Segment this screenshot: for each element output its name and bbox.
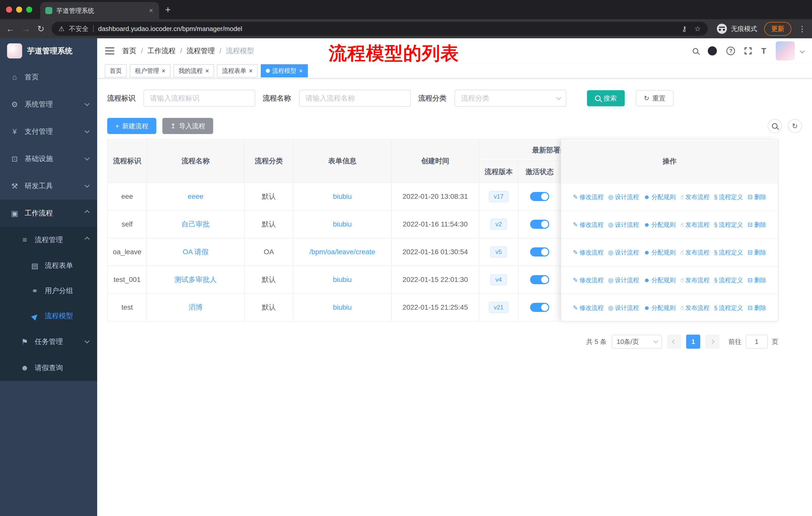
action-link-assign[interactable]: ☻分配规则 — [644, 193, 675, 201]
form-info-link[interactable]: biubiu — [333, 192, 352, 200]
browser-tab[interactable]: 芋道管理系统 × — [40, 2, 159, 19]
reload-icon[interactable]: ↻ — [37, 24, 45, 33]
sidebar-logo[interactable]: 芋道管理系统 — [0, 38, 97, 63]
version-tag[interactable]: v5 — [490, 246, 507, 257]
action-link-design[interactable]: ◎设计流程 — [608, 193, 639, 201]
action-link-publish[interactable]: ☝发布流程 — [680, 248, 709, 256]
action-link-assign[interactable]: ☻分配规则 — [644, 276, 675, 284]
action-link-design[interactable]: ◎设计流程 — [608, 304, 639, 312]
process-name-link[interactable]: 测试多审批人 — [174, 276, 217, 283]
current-page-button[interactable]: 1 — [686, 334, 700, 349]
sidebar-item-系统管理[interactable]: ⚙系统管理 — [0, 91, 97, 118]
action-link-edit[interactable]: ✎修改流程 — [573, 276, 604, 284]
breadcrumb-item[interactable]: 流程管理 — [187, 46, 215, 56]
action-link-assign[interactable]: ☻分配规则 — [644, 248, 675, 256]
address-bar[interactable]: ⚠ 不安全 dashboard.yudao.iocoder.cn/bpm/man… — [52, 22, 708, 36]
action-link-definition[interactable]: §流程定义 — [714, 304, 743, 312]
create-process-button[interactable]: + 新建流程 — [107, 118, 156, 134]
active-status-toggle[interactable] — [530, 275, 549, 284]
window-close-button[interactable] — [6, 6, 12, 12]
sidebar-item-研发工具[interactable]: ⚒研发工具 — [0, 172, 97, 199]
sidebar-item-流程模型[interactable]: ▶流程模型 — [0, 303, 97, 329]
action-link-assign[interactable]: ☻分配规则 — [644, 304, 675, 312]
action-link-publish[interactable]: ☝发布流程 — [680, 221, 709, 229]
tag-close-icon[interactable]: × — [299, 67, 303, 74]
tag-首页[interactable]: 首页 — [105, 64, 127, 77]
new-tab-button[interactable]: + — [165, 4, 171, 15]
version-tag[interactable]: v2 — [490, 219, 507, 230]
page-size-select[interactable]: 10条/页 — [612, 334, 662, 349]
version-tag[interactable]: v4 — [490, 274, 507, 285]
tag-我的流程[interactable]: 我的流程× — [173, 64, 214, 77]
process-name-link[interactable]: eeee — [188, 192, 203, 200]
action-link-definition[interactable]: §流程定义 — [714, 221, 743, 229]
prev-page-button[interactable] — [667, 334, 681, 349]
back-icon[interactable]: ← — [6, 24, 14, 33]
refresh-table-button[interactable]: ↻ — [788, 119, 802, 133]
form-info-link[interactable]: /bpm/oa/leave/create — [309, 248, 375, 256]
active-status-toggle[interactable] — [530, 247, 549, 256]
action-link-publish[interactable]: ☝发布流程 — [680, 276, 709, 284]
goto-page-input[interactable] — [746, 334, 768, 349]
bookmark-star-icon[interactable]: ☆ — [694, 25, 701, 33]
sidebar-item-工作流程[interactable]: ▣工作流程 — [0, 199, 97, 227]
reset-button[interactable]: ↻ 重置 — [636, 90, 673, 106]
sidebar-collapse-icon[interactable] — [105, 50, 114, 51]
breadcrumb-item[interactable]: 首页 — [122, 46, 137, 56]
sidebar-item-首页[interactable]: ⌂首页 — [0, 63, 97, 91]
sidebar-item-流程表单[interactable]: ▤流程表单 — [0, 253, 97, 278]
process-category-select[interactable]: 流程分类 — [455, 90, 566, 107]
user-avatar[interactable] — [776, 41, 795, 60]
sidebar-item-用户分组[interactable]: ⚭用户分组 — [0, 278, 97, 303]
toggle-search-button[interactable] — [768, 119, 782, 133]
action-link-assign[interactable]: ☻分配规则 — [644, 221, 675, 229]
breadcrumb-item[interactable]: 工作流程 — [147, 46, 176, 56]
tag-租户管理[interactable]: 租户管理× — [130, 64, 170, 77]
active-status-toggle[interactable] — [530, 192, 549, 201]
action-link-design[interactable]: ◎设计流程 — [608, 248, 639, 256]
action-link-edit[interactable]: ✎修改流程 — [573, 221, 604, 229]
password-key-icon[interactable]: ⚷ — [682, 25, 687, 33]
tab-close-icon[interactable]: × — [148, 6, 154, 15]
forward-icon[interactable]: → — [22, 24, 30, 33]
search-button[interactable]: 搜索 — [587, 90, 625, 106]
version-tag[interactable]: v21 — [489, 302, 509, 313]
fullscreen-icon[interactable] — [745, 47, 752, 54]
import-process-button[interactable]: ↥ 导入流程 — [162, 118, 213, 134]
browser-menu-icon[interactable]: ⋮ — [799, 24, 806, 33]
action-link-definition[interactable]: §流程定义 — [714, 193, 743, 201]
process-name-link[interactable]: 自己审批 — [181, 220, 210, 228]
action-link-publish[interactable]: ☝发布流程 — [680, 304, 709, 312]
search-icon[interactable] — [693, 48, 698, 54]
action-link-design[interactable]: ◎设计流程 — [608, 221, 639, 229]
action-link-delete[interactable]: ⊟删除 — [748, 221, 766, 229]
action-link-definition[interactable]: §流程定义 — [714, 248, 743, 256]
next-page-button[interactable] — [705, 334, 719, 349]
action-link-edit[interactable]: ✎修改流程 — [573, 248, 604, 256]
process-name-link[interactable]: OA 请假 — [183, 248, 209, 256]
action-link-delete[interactable]: ⊟删除 — [748, 193, 766, 201]
action-link-definition[interactable]: §流程定义 — [714, 276, 743, 284]
sidebar-item-任务管理[interactable]: ⚑任务管理 — [0, 329, 97, 355]
process-name-link[interactable]: 滔博 — [188, 303, 203, 311]
form-info-link[interactable]: biubiu — [333, 276, 352, 283]
action-link-delete[interactable]: ⊟删除 — [748, 276, 766, 284]
help-icon[interactable]: ? — [726, 47, 735, 55]
github-icon[interactable] — [708, 46, 717, 55]
font-size-icon[interactable]: T — [761, 46, 766, 56]
action-link-design[interactable]: ◎设计流程 — [608, 276, 639, 284]
window-minimize-button[interactable] — [16, 6, 22, 12]
action-link-delete[interactable]: ⊟删除 — [748, 248, 766, 256]
sidebar-item-流程管理[interactable]: ≡流程管理 — [0, 227, 97, 253]
tag-close-icon[interactable]: × — [205, 67, 209, 74]
sidebar-item-基础设施[interactable]: ⊡基础设施 — [0, 145, 97, 172]
tag-close-icon[interactable]: × — [249, 67, 253, 74]
action-link-publish[interactable]: ☝发布流程 — [680, 193, 709, 201]
sidebar-item-支付管理[interactable]: ¥支付管理 — [0, 118, 97, 145]
form-info-link[interactable]: biubiu — [333, 303, 352, 311]
action-link-delete[interactable]: ⊟删除 — [748, 304, 766, 312]
action-link-edit[interactable]: ✎修改流程 — [573, 304, 604, 312]
tag-close-icon[interactable]: × — [162, 67, 165, 74]
process-name-input[interactable] — [299, 90, 411, 107]
action-link-edit[interactable]: ✎修改流程 — [573, 193, 604, 201]
